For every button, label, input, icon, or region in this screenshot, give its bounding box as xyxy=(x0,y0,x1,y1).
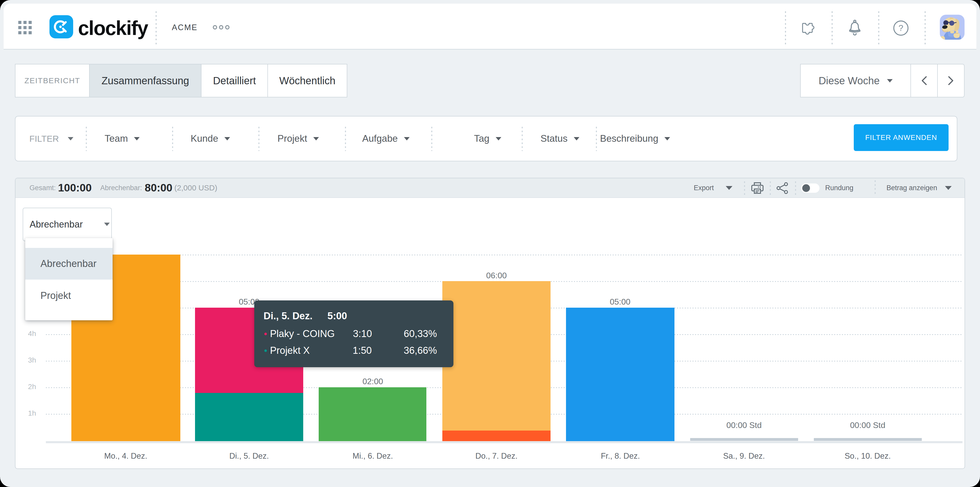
svg-text:?: ? xyxy=(899,23,903,33)
